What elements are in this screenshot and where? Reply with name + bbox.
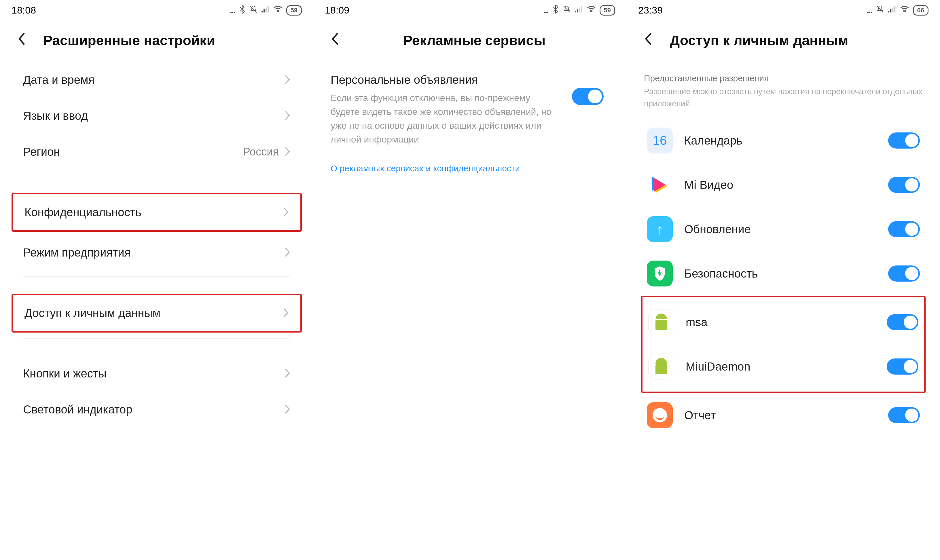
- personal-ads-setting: Персональные объявления Если эта функция…: [313, 62, 627, 155]
- back-button[interactable]: [12, 30, 32, 51]
- app-item-calendar: 16 Календарь: [641, 118, 926, 163]
- item-label: Кнопки и жесты: [23, 367, 285, 380]
- app-item-report: Отчет: [641, 393, 926, 437]
- app-item-update: ↑ Обновление: [641, 207, 926, 251]
- bluetooth-icon: [552, 5, 559, 15]
- item-label: Режим предприятия: [23, 246, 285, 259]
- item-led-indicator[interactable]: Световой индикатор: [12, 392, 302, 428]
- status-bar: 23:39 ... 66: [627, 0, 940, 19]
- item-label: Конфиденциальность: [25, 206, 283, 219]
- security-icon: [647, 260, 673, 286]
- app-toggle[interactable]: [888, 177, 920, 193]
- signal-icon: [262, 5, 269, 15]
- status-icons: ... 59: [230, 5, 302, 15]
- signal-icon: [888, 5, 896, 15]
- item-label: Дата и время: [23, 74, 285, 86]
- item-value: Россия: [243, 146, 279, 158]
- battery-indicator: 66: [913, 5, 928, 15]
- status-time: 18:08: [12, 5, 36, 16]
- chevron-right-icon: [283, 206, 289, 219]
- page-title: Рекламные сервисы: [357, 32, 592, 48]
- header: Расширенные настройки: [0, 19, 313, 62]
- update-icon: ↑: [647, 216, 673, 242]
- chevron-right-icon: [285, 145, 290, 158]
- app-label: Отчет: [684, 409, 877, 422]
- chevron-right-icon: [285, 74, 290, 86]
- app-item-security: Безопасность: [641, 251, 926, 296]
- panel-advanced-settings: 18:08 ... 59 Расширенные настройки Дата …: [0, 0, 313, 560]
- wifi-icon: [900, 5, 909, 15]
- divider: [23, 175, 290, 187]
- app-toggle[interactable]: [888, 407, 920, 423]
- highlight-system-apps: msa MiuiDaemon: [641, 296, 926, 393]
- wifi-icon: [274, 5, 282, 15]
- app-toggle[interactable]: [888, 265, 920, 282]
- highlight-privacy: Конфиденциальность: [12, 193, 302, 232]
- app-toggle[interactable]: [888, 132, 920, 149]
- status-bar: 18:09 ... 59: [313, 0, 627, 19]
- panel-ad-services: 18:09 ... 59 Рекламные сервисы Пе: [313, 0, 627, 560]
- app-label: Mi Видео: [684, 178, 877, 191]
- more-icon: ...: [230, 6, 235, 15]
- section-title: Предоставленные разрешения: [644, 74, 923, 83]
- setting-description: Если эта функция отключена, вы по-прежне…: [331, 91, 560, 146]
- status-time: 23:39: [638, 5, 663, 16]
- more-icon: ...: [867, 6, 872, 15]
- page-title: Доступ к личным данным: [670, 32, 848, 48]
- app-toggle[interactable]: [887, 358, 918, 375]
- settings-list: Дата и время Язык и ввод Регион Россия К…: [0, 62, 313, 428]
- item-buttons-gestures[interactable]: Кнопки и жесты: [12, 355, 302, 392]
- app-label: Безопасность: [684, 267, 877, 280]
- android-icon: [648, 309, 674, 335]
- app-label: msa: [686, 316, 875, 329]
- item-label: Световой индикатор: [23, 403, 285, 416]
- setting-title: Персональные объявления: [331, 74, 560, 86]
- item-date-time[interactable]: Дата и время: [12, 62, 302, 98]
- header: Рекламные сервисы: [313, 19, 627, 62]
- back-button[interactable]: [325, 30, 345, 51]
- divider: [23, 276, 290, 288]
- chevron-right-icon: [285, 367, 290, 380]
- status-icons: ... 59: [543, 5, 615, 15]
- status-bar: 18:08 ... 59: [0, 0, 313, 19]
- app-toggle[interactable]: [887, 314, 918, 330]
- page-title: Расширенные настройки: [43, 32, 215, 48]
- chevron-right-icon: [285, 403, 290, 416]
- battery-indicator: 59: [286, 5, 302, 15]
- item-personal-data-access[interactable]: Доступ к личным данным: [13, 295, 300, 331]
- video-icon: [647, 172, 673, 198]
- mute-icon: [249, 5, 257, 15]
- signal-icon: [575, 5, 583, 15]
- section-header: Предоставленные разрешения Разрешение мо…: [627, 62, 940, 112]
- chevron-right-icon: [285, 109, 290, 122]
- battery-indicator: 59: [600, 5, 615, 15]
- divider: [23, 338, 290, 350]
- personal-ads-toggle[interactable]: [572, 88, 604, 105]
- item-enterprise-mode[interactable]: Режим предприятия: [12, 235, 302, 271]
- item-region[interactable]: Регион Россия: [12, 134, 302, 170]
- wifi-icon: [587, 5, 595, 15]
- header: Доступ к личным данным: [627, 19, 940, 62]
- item-privacy[interactable]: Конфиденциальность: [13, 194, 300, 230]
- chevron-right-icon: [285, 246, 290, 259]
- section-subtitle: Разрешение можно отозвать путем нажатия …: [644, 86, 923, 110]
- back-button[interactable]: [638, 30, 658, 51]
- item-label: Доступ к личным данным: [25, 307, 283, 320]
- app-toggle[interactable]: [888, 221, 920, 237]
- app-label: Обновление: [684, 223, 877, 236]
- item-language-input[interactable]: Язык и ввод: [12, 98, 302, 134]
- app-label: Календарь: [684, 134, 877, 147]
- status-time: 18:09: [325, 5, 349, 16]
- app-list: 16 Календарь Mi Видео ↑ Обновление Безоп…: [627, 112, 940, 443]
- highlight-personal-data: Доступ к личным данным: [12, 294, 302, 332]
- app-item-mi-video: Mi Видео: [641, 163, 926, 207]
- calendar-icon: 16: [647, 128, 673, 154]
- ad-privacy-link[interactable]: О рекламных сервисах и конфиденциальност…: [313, 155, 627, 182]
- mute-icon: [876, 5, 884, 15]
- item-label: Язык и ввод: [23, 109, 285, 122]
- more-icon: ...: [543, 6, 548, 15]
- app-item-msa: msa: [643, 300, 924, 345]
- mute-icon: [563, 5, 571, 15]
- app-label: MiuiDaemon: [686, 360, 875, 373]
- item-label: Регион: [23, 145, 243, 158]
